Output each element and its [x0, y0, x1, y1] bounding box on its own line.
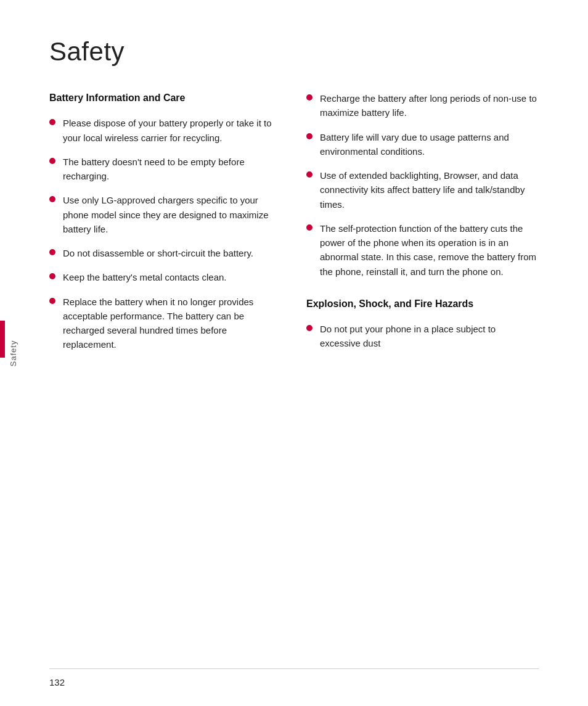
bullet-dot [306, 94, 312, 101]
bullet-dot [49, 119, 55, 125]
bullet-dot [49, 298, 55, 304]
list-item: Do not put your phone in a place subject… [306, 322, 539, 351]
sidebar-label: Safety [9, 340, 18, 366]
list-item: The battery doesn't need to be empty bef… [49, 155, 282, 184]
left-column: Battery Information and Care Please disp… [49, 91, 282, 362]
bullet-text: Battery life will vary due to usage patt… [320, 130, 539, 159]
right-column: Recharge the battery after long periods … [306, 91, 539, 362]
sidebar: Safety [0, 0, 22, 706]
list-item: Replace the battery when it no longer pr… [49, 295, 282, 352]
explosion-section: Explosion, Shock, and Fire Hazards Do no… [306, 297, 539, 351]
right-battery-list: Recharge the battery after long periods … [306, 91, 539, 279]
list-item: Use of extended backlighting, Browser, a… [306, 168, 539, 211]
bullet-text: Keep the battery's metal contacts clean. [63, 270, 282, 284]
sidebar-tab [0, 321, 5, 358]
page: Safety Safety Battery Information and Ca… [0, 0, 588, 706]
bullet-dot [306, 171, 312, 178]
page-number: 132 [49, 677, 65, 688]
bullet-text: The self-protection function of the batt… [320, 221, 539, 279]
bullet-dot [49, 249, 55, 255]
page-title: Safety [49, 37, 539, 67]
list-item: Battery life will vary due to usage patt… [306, 130, 539, 159]
bullet-text: Use of extended backlighting, Browser, a… [320, 168, 539, 211]
explosion-section-title: Explosion, Shock, and Fire Hazards [306, 297, 539, 311]
list-item: The self-protection function of the batt… [306, 221, 539, 279]
list-item: Keep the battery's metal contacts clean. [49, 270, 282, 284]
bullet-text: Please dispose of your battery properly … [63, 116, 282, 145]
bullet-text: Replace the battery when it no longer pr… [63, 295, 282, 352]
bullet-dot [49, 158, 55, 164]
bullet-text: Recharge the battery after long periods … [320, 91, 539, 120]
list-item: Please dispose of your battery properly … [49, 116, 282, 145]
list-item: Recharge the battery after long periods … [306, 91, 539, 120]
bullet-text: Do not put your phone in a place subject… [320, 322, 539, 351]
bottom-rule [49, 668, 539, 669]
left-bullet-list: Please dispose of your battery properly … [49, 116, 282, 351]
bullet-dot [306, 325, 312, 331]
bullet-text: The battery doesn't need to be empty bef… [63, 155, 282, 184]
bullet-text: Do not disassemble or short-circuit the … [63, 246, 282, 260]
list-item: Use only LG-approved chargers specific t… [49, 193, 282, 236]
explosion-bullet-list: Do not put your phone in a place subject… [306, 322, 539, 351]
content-area: Battery Information and Care Please disp… [49, 91, 539, 362]
bullet-dot [306, 224, 312, 231]
bullet-dot [49, 196, 55, 202]
left-section-title: Battery Information and Care [49, 91, 282, 105]
bullet-dot [306, 133, 312, 139]
bullet-dot [49, 273, 55, 279]
bullet-text: Use only LG-approved chargers specific t… [63, 193, 282, 236]
list-item: Do not disassemble or short-circuit the … [49, 246, 282, 260]
